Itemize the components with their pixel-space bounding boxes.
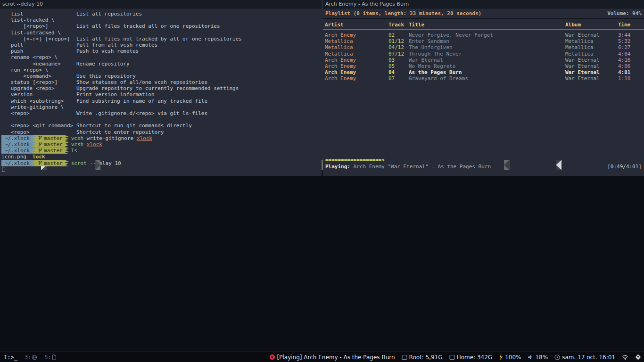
terminal-titlebar[interactable]: scrot --delay 10 <box>0 0 322 8</box>
terminal-window[interactable]: scrot --delay 10 list List all repositor… <box>0 0 322 176</box>
battery-indicator: 100% <box>499 354 521 361</box>
volume-status: 18% <box>528 354 548 361</box>
text-token: icon.png <box>1 154 33 160</box>
playlist-row[interactable]: Metallica04/12The UnforgivenMetallica6:2… <box>323 44 644 50</box>
disk-icon <box>402 354 407 360</box>
workspace-switcher: 1:>_ 3: 5: <box>0 354 57 361</box>
root-usage-text: Root: 5,91G <box>409 354 443 361</box>
cell-title: Graveyard of Dreams <box>409 75 565 82</box>
home-disk-usage: Home: 342G <box>449 354 493 361</box>
now-playing-line: Playing: Arch Enemy "War Eternal" - As t… <box>325 163 642 170</box>
prompt-path-segment: ~/.xlock <box>1 135 36 141</box>
prompt-git-segment: master <box>32 148 69 154</box>
cell-track: 04/12 <box>388 44 409 50</box>
date-time: sam. 17 oct. 16:01 <box>554 354 615 361</box>
cell-track: 07/12 <box>388 51 409 57</box>
terminal-output-line: push Push to vcsh remotes <box>1 48 322 54</box>
prompt-path-segment: ~/.xlock <box>1 141 36 148</box>
cell-artist: Metallica <box>325 38 388 44</box>
progress-arrow: ==================> <box>325 157 385 163</box>
cell-time: 4:01 <box>618 69 644 75</box>
column-title: Title <box>409 22 565 28</box>
playlist-row-current[interactable]: Arch Enemy04As the Pages BurnWar Eternal… <box>323 69 644 75</box>
volume-indicator: Volume: 94% <box>607 10 642 16</box>
playlist-row[interactable]: Arch Enemy05No More RegretsWar Eternal4:… <box>323 63 644 69</box>
cell-title: The Unforgiven <box>409 44 565 50</box>
terminal-output-line: <newname> Rename repository <box>1 61 322 67</box>
text-token: write-gitignore <box>87 135 137 141</box>
terminal-output-line: <repo> <git command> Shortcut to run git… <box>1 123 322 129</box>
text-token: xlock <box>87 141 102 148</box>
cell-track: 04 <box>388 69 409 75</box>
home-usage-text: Home: 342G <box>457 354 493 361</box>
cell-track: 03 <box>388 57 409 63</box>
prompt-git-segment: master <box>32 160 69 166</box>
playlist-summary: Playlist (8 items, length: 33 minutes, 2… <box>325 10 481 16</box>
status-bar: 1:>_ 3: 5: [Playing] Arch Enemy - As the… <box>0 352 644 362</box>
terminal-cursor <box>2 167 5 172</box>
playlist-row[interactable]: Arch Enemy07Graveyard of DreamsWar Etern… <box>323 75 644 82</box>
workspace-1-terminal[interactable]: 1:>_ <box>4 354 17 361</box>
cell-title: Through The Never <box>409 51 565 57</box>
prompt-path: ~/.xlock <box>5 135 30 141</box>
speaker-icon <box>528 354 533 360</box>
prompt-branch: master <box>44 135 63 141</box>
date-time-text: sam. 17 oct. 16:01 <box>562 354 615 361</box>
workspace-label: 5: <box>44 354 51 361</box>
player-title: Arch Enemy - As the Pages Burn <box>325 1 409 7</box>
playlist-row[interactable]: Arch Enemy03War EternalWar Eternal4:16 <box>323 57 644 63</box>
cell-track: 05 <box>388 63 409 69</box>
updates-icon <box>635 354 641 360</box>
playlist-row[interactable]: Metallica01/12Enter SandmanMetallica5:32 <box>323 38 644 44</box>
workspace-label: 1:>_ <box>4 354 17 361</box>
prompt-branch: master <box>44 148 63 154</box>
column-track: Track <box>388 22 409 28</box>
playlist-header: Playlist (8 items, length: 33 minutes, 2… <box>323 8 644 19</box>
text-token: ls <box>71 148 77 154</box>
cell-artist: Metallica <box>325 44 388 50</box>
now-playing-text: Arch Enemy "War Eternal" - As the Pages … <box>350 164 491 170</box>
now-playing-indicator[interactable]: [Playing] Arch Enemy - As the Pages Burn <box>269 354 395 361</box>
playing-state-label: Playing: <box>325 164 350 170</box>
terminal-output-line: upgrade <repo> Upgrade repository to cur… <box>1 85 322 91</box>
prompt-git-segment: master <box>32 135 69 141</box>
elapsed-total-time: [0:49/4:01] <box>607 164 642 170</box>
workspace-5-documents[interactable]: 5: <box>44 354 56 361</box>
text-token: xlock <box>137 135 152 141</box>
column-time: Time <box>618 22 644 28</box>
cell-title: War Eternal <box>409 57 565 63</box>
cell-time: 3:44 <box>618 32 644 38</box>
terminal-output-line: which <substring> Find substring in name… <box>1 98 322 104</box>
clock-icon <box>554 354 560 360</box>
cell-album: War Eternal <box>565 32 618 38</box>
command-text: ls <box>71 148 77 154</box>
playlist-row[interactable]: Metallica07/12Through The NeverMetallica… <box>323 51 644 57</box>
cell-artist: Arch Enemy <box>325 57 388 63</box>
workspace-3-browser[interactable]: 3: <box>25 354 37 361</box>
cell-album: Metallica <box>565 44 618 50</box>
git-branch-icon <box>38 142 42 147</box>
git-branch-icon <box>38 161 42 165</box>
track-progress-bar[interactable]: ==================> <box>325 157 642 163</box>
terminal-output-line: <repo> Shortcut to enter repository <box>1 129 322 135</box>
music-player-window[interactable]: Arch Enemy - As the Pages Burn Playlist … <box>323 0 644 176</box>
terminal-output-line: list-tracked \ <box>1 17 322 23</box>
terminal-output-line: write-gitignore \ <box>1 104 322 110</box>
column-artist: Artist <box>325 22 388 28</box>
prompt-path-segment: ~/.xlock <box>1 148 36 154</box>
cell-title: Enter Sandman <box>409 38 565 44</box>
terminal-body[interactable]: list List all repositories list-tracked … <box>0 8 322 173</box>
terminal-output-line: run <repo> \ <box>1 67 322 73</box>
terminal-output-line: rename <repo> \ <box>1 54 322 60</box>
battery-percent: 100% <box>505 354 521 361</box>
player-titlebar[interactable]: Arch Enemy - As the Pages Burn <box>323 0 644 8</box>
cell-artist: Arch Enemy <box>325 63 388 69</box>
command-text: vcsh write-gitignore xlock <box>71 135 152 141</box>
root-disk-usage: Root: 5,91G <box>402 354 443 361</box>
updates-indicator[interactable] <box>635 354 641 360</box>
vcsh-help-output: list List all repositories list-tracked … <box>1 11 322 135</box>
player-status-area: ==================> Playing: Arch Enemy … <box>323 157 644 170</box>
playlist-row[interactable]: Arch Enemy02Never Forgive, Never ForgetW… <box>323 32 644 38</box>
network-indicator[interactable] <box>622 354 628 360</box>
cell-artist: Metallica <box>325 51 388 57</box>
